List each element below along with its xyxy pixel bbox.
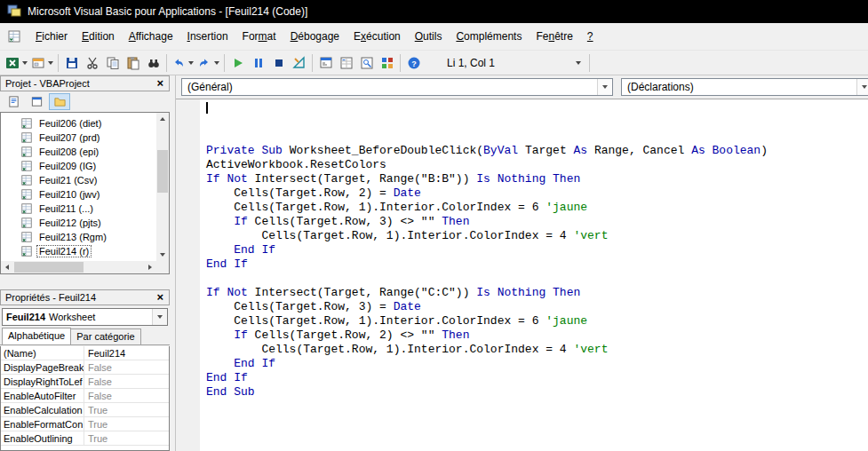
tree-item-feuil212-pjts[interactable]: Feuil212 (pjts): [2, 216, 155, 230]
vertical-scroll-thumb[interactable]: [157, 150, 168, 193]
paste-icon: [126, 56, 140, 70]
property-row[interactable]: DisplayRightToLefFalse: [1, 375, 169, 389]
menu-fichier[interactable]: Fichier: [28, 26, 75, 47]
find-button[interactable]: [143, 53, 163, 73]
vba-editor-window: Microsoft Visual Basic pour Applications…: [0, 0, 868, 451]
combo-dropdown-button[interactable]: [856, 79, 868, 95]
tree-item-feuil214-r[interactable]: Feuil214 (r): [2, 244, 155, 258]
object-combo[interactable]: (Général): [181, 78, 613, 96]
toolbox-button[interactable]: [377, 53, 397, 73]
toolbar-separator: [400, 54, 401, 72]
window-title: Microsoft Visual Basic pour Applications…: [28, 5, 307, 18]
code-line: If Not Intersect(Target, Range("C:C")) I…: [206, 286, 868, 300]
tree-item-feuil213-rgm[interactable]: Feuil213 (Rgm): [2, 230, 155, 244]
tree-item-feuil207-prd[interactable]: Feuil207 (prd): [2, 131, 155, 145]
toolbar-separator: [58, 54, 59, 72]
break-button[interactable]: [248, 53, 268, 73]
reset-button[interactable]: [268, 53, 289, 73]
copy-button[interactable]: [102, 53, 123, 73]
toolbar-separator: [166, 54, 167, 72]
menu-fentre[interactable]: Fenêtre: [529, 26, 579, 47]
property-value[interactable]: True: [84, 417, 169, 431]
tree-item-feuil208-epi[interactable]: Feuil208 (epi): [2, 145, 155, 159]
object-browser-icon: [360, 56, 374, 70]
property-name: DisplayPageBreak: [1, 360, 84, 374]
code-line: End If: [206, 371, 868, 385]
code-editor[interactable]: Private Sub Worksheet_BeforeDoubleClick(…: [176, 99, 868, 451]
menu-?[interactable]: ?: [580, 26, 601, 47]
tab-par-cat-gorie[interactable]: Par catégorie: [70, 328, 140, 344]
scroll-up-button[interactable]: [156, 113, 169, 125]
save-icon: [65, 56, 79, 70]
property-value[interactable]: False: [84, 389, 169, 402]
code-margin-indicator-bar[interactable]: [176, 99, 200, 451]
property-value[interactable]: True: [84, 431, 169, 445]
view-code-button[interactable]: [3, 93, 24, 110]
object-browser-button[interactable]: [356, 53, 377, 73]
property-row[interactable]: (Name)Feuil214: [1, 346, 169, 360]
tree-item-feuil206-diet[interactable]: Feuil206 (diet): [2, 116, 155, 131]
procedure-combo[interactable]: (Déclarations): [621, 78, 868, 96]
view-excel-button[interactable]: [4, 53, 29, 73]
undo-icon: [171, 56, 186, 70]
menu-outils[interactable]: Outils: [408, 26, 450, 47]
triangle-down-icon: [602, 85, 608, 89]
menu-insertion[interactable]: Insertion: [180, 26, 235, 47]
code-line: If Not Intersect(Target, Range("B:B")) I…: [206, 172, 868, 186]
run-button[interactable]: [227, 53, 248, 73]
tab-alphab-tique[interactable]: Alphabétique: [2, 328, 71, 344]
code-line: If Cells(Target.Row, 3) <> "" Then: [206, 215, 868, 229]
menu-affichage[interactable]: Affichage: [122, 26, 180, 47]
menu-dbogage[interactable]: Débogage: [283, 26, 346, 47]
menu-edition[interactable]: Edition: [75, 26, 122, 47]
worksheet-icon: [20, 146, 33, 158]
help-button[interactable]: ?: [403, 53, 424, 73]
property-value[interactable]: True: [84, 403, 169, 416]
close-icon[interactable]: ×: [154, 77, 166, 90]
toggle-folders-icon: [53, 95, 67, 108]
menu-excution[interactable]: Exécution: [346, 26, 408, 47]
combo-dropdown-button[interactable]: [152, 309, 167, 325]
tree-item-label: Feuil209 (IG): [36, 160, 99, 172]
toolbar-overflow-button[interactable]: [570, 61, 586, 65]
undo-button[interactable]: [170, 53, 195, 73]
cut-button[interactable]: [82, 53, 102, 73]
tree-horizontal-scrollbar[interactable]: [1, 261, 156, 273]
insert-userform-button[interactable]: [29, 53, 55, 73]
property-row[interactable]: EnableCalculationTrue: [1, 403, 169, 417]
tree-item-feuil211[interactable]: Feuil211 (...): [2, 202, 155, 216]
combo-dropdown-button[interactable]: [597, 79, 612, 95]
property-value[interactable]: False: [84, 360, 169, 374]
property-row[interactable]: EnableAutoFilterFalse: [1, 389, 169, 403]
properties-window-button[interactable]: [336, 53, 356, 73]
tree-vertical-scrollbar[interactable]: [156, 113, 169, 261]
code-window-icon[interactable]: [7, 29, 21, 44]
code-line: Cells(Target.Row, 2) = Date: [206, 186, 868, 201]
tree-item-feuil209-ig[interactable]: Feuil209 (IG): [2, 159, 155, 173]
toggle-folders-button[interactable]: [49, 93, 70, 110]
scroll-down-button[interactable]: [156, 249, 169, 261]
chevron-down-icon: [22, 61, 28, 65]
design-mode-button[interactable]: [289, 53, 309, 73]
property-value[interactable]: Feuil214: [84, 346, 169, 360]
property-value[interactable]: False: [84, 375, 169, 388]
property-row[interactable]: EnableOutliningTrue: [1, 431, 169, 446]
menu-format[interactable]: Format: [235, 26, 283, 47]
tree-item-feuil21-csv[interactable]: Feuil21 (Csv): [2, 173, 155, 187]
property-row[interactable]: EnableFormatConTrue: [1, 417, 169, 431]
tree-item-feuil210-jwv[interactable]: Feuil210 (jwv): [2, 187, 155, 202]
horizontal-scroll-thumb[interactable]: [14, 262, 84, 273]
property-row[interactable]: DisplayPageBreakFalse: [1, 360, 169, 375]
scroll-right-button[interactable]: [144, 261, 156, 273]
redo-button[interactable]: [195, 53, 221, 73]
project-panel-toolbar: [0, 91, 170, 112]
close-icon[interactable]: ×: [154, 291, 166, 304]
scroll-left-button[interactable]: [1, 261, 13, 273]
view-object-button[interactable]: [26, 93, 47, 110]
menu-complments[interactable]: Compléments: [449, 26, 529, 47]
save-button[interactable]: [61, 53, 82, 73]
object-selector-combo[interactable]: Feuil214 Worksheet: [2, 308, 168, 326]
worksheet-icon: [20, 174, 33, 186]
project-explorer-button[interactable]: [315, 53, 336, 73]
paste-button[interactable]: [123, 53, 143, 73]
